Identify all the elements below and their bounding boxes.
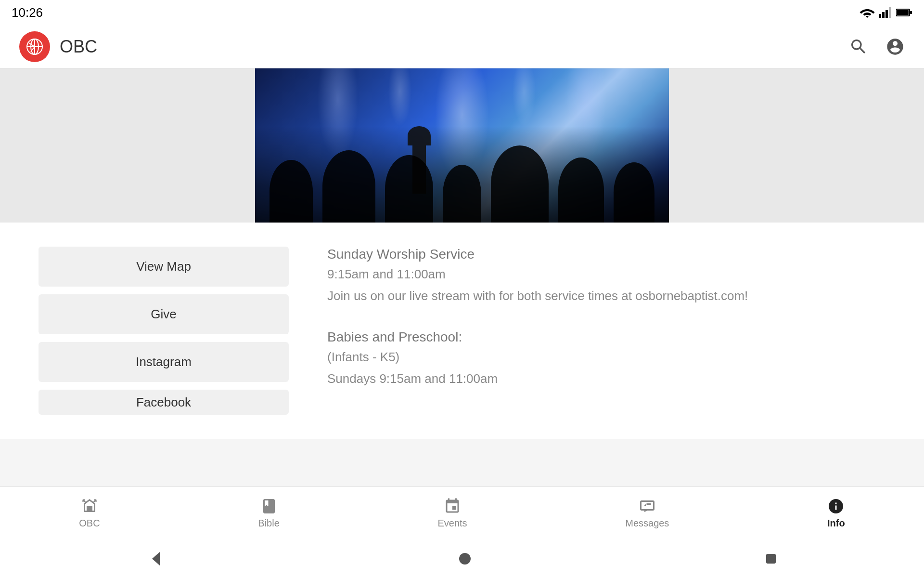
nav-item-obc[interactable]: OBC [64, 493, 114, 534]
info-column: Sunday Worship Service 9:15am and 11:00a… [327, 247, 886, 415]
nav-label-obc: OBC [79, 518, 100, 529]
app-bar-left: OBC [19, 31, 97, 62]
obc-nav-icon [81, 498, 98, 515]
nav-item-events[interactable]: Events [423, 493, 481, 534]
back-button[interactable] [146, 549, 166, 568]
status-bar: 10:26 [0, 0, 924, 25]
preschool-info-block: Babies and Preschool: (Infants - K5) Sun… [327, 329, 886, 388]
back-icon [146, 549, 166, 568]
svg-rect-3 [889, 7, 891, 18]
buttons-column: View Map Give Instagram Facebook [38, 247, 289, 415]
battery-icon [896, 8, 912, 17]
svg-rect-15 [766, 554, 776, 564]
svg-rect-5 [897, 10, 909, 15]
worship-title: Sunday Worship Service [327, 247, 886, 262]
system-nav [0, 539, 924, 578]
app-bar-right [849, 37, 905, 56]
svg-rect-6 [910, 11, 912, 14]
home-icon [458, 552, 472, 565]
facebook-button[interactable]: Facebook [38, 390, 289, 415]
nav-item-info[interactable]: Info [813, 493, 860, 534]
main-content: View Map Give Instagram Facebook Sunday … [0, 223, 924, 439]
logo[interactable] [19, 31, 50, 62]
nav-label-messages: Messages [625, 518, 669, 529]
nav-label-events: Events [437, 518, 467, 529]
instagram-button[interactable]: Instagram [38, 342, 289, 382]
status-icons [860, 7, 912, 18]
bible-nav-icon [260, 498, 278, 515]
events-nav-icon [444, 498, 461, 515]
nav-label-info: Info [827, 518, 845, 529]
preschool-title: Babies and Preschool: [327, 329, 886, 345]
give-button[interactable]: Give [38, 294, 289, 334]
preschool-age: (Infants - K5) [327, 348, 886, 367]
svg-rect-12 [646, 503, 651, 505]
app-title: OBC [60, 37, 97, 57]
bottom-nav: OBC Bible Events Messages Info [0, 486, 924, 539]
svg-rect-1 [882, 12, 885, 18]
messages-nav-icon [639, 498, 656, 515]
app-bar: OBC [0, 25, 924, 68]
svg-marker-13 [152, 552, 160, 565]
wifi-icon [860, 7, 875, 18]
worship-stream: Join us on our live stream with for both… [327, 287, 886, 305]
svg-rect-2 [886, 10, 888, 18]
status-time: 10:26 [12, 5, 43, 20]
signal-icon [879, 7, 892, 18]
nav-label-bible: Bible [258, 518, 279, 529]
view-map-button[interactable]: View Map [38, 247, 289, 287]
svg-rect-0 [879, 14, 881, 18]
logo-icon [25, 37, 44, 56]
hero-image [255, 68, 669, 223]
worship-info-block: Sunday Worship Service 9:15am and 11:00a… [327, 247, 886, 305]
preschool-time: Sundays 9:15am and 11:00am [327, 369, 886, 388]
search-icon[interactable] [849, 37, 868, 56]
info-nav-icon [827, 498, 845, 515]
account-icon[interactable] [886, 37, 905, 56]
worship-time: 9:15am and 11:00am [327, 265, 886, 284]
crowd-silhouettes [255, 145, 669, 223]
recents-button[interactable] [764, 552, 778, 565]
hero-container [0, 68, 924, 223]
home-button[interactable] [458, 552, 472, 565]
recents-icon [764, 552, 778, 565]
nav-item-messages[interactable]: Messages [611, 493, 683, 534]
svg-marker-11 [643, 504, 646, 507]
svg-point-14 [459, 553, 471, 565]
nav-item-bible[interactable]: Bible [244, 493, 294, 534]
